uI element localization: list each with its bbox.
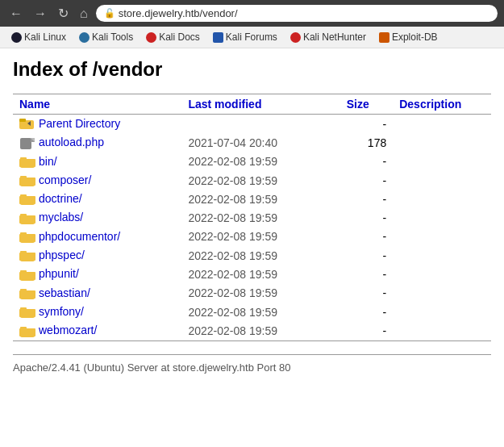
table-row: webmozart/2022-02-08 19:59- [13,321,491,340]
svg-rect-21 [19,234,35,242]
entry-link[interactable]: phpdocumentor/ [39,230,120,243]
entry-desc [393,321,491,340]
svg-rect-33 [19,309,35,317]
bookmark-kali-nethunter[interactable]: Kali NetHunter [285,30,371,44]
url-display: store.djewelry.htb/vendor/ [119,7,238,19]
entry-size: - [340,246,393,265]
entry-size: - [340,228,393,246]
kali-tools-favicon [79,32,90,43]
entry-link[interactable]: webmozart/ [39,324,97,336]
directory-table: Name Last modified Size Description Pare… [13,94,491,341]
bookmark-kali-linux[interactable]: Kali Linux [6,30,71,44]
col-name-sort[interactable]: Name [19,98,50,111]
entry-modified: 2022-02-08 19:59 [181,152,339,171]
entry-size: 178 [340,133,393,152]
entry-name: webmozart/ [13,321,181,340]
entry-name: sebastian/ [13,284,181,303]
entry-name: Parent Directory [13,115,181,134]
entry-name: composer/ [13,171,181,190]
kali-nethunter-favicon [290,32,301,43]
table-row: symfony/2022-02-08 19:59- [13,303,491,321]
kali-docs-favicon [146,32,156,43]
folder-icon [19,156,35,169]
page-content: Index of /vendor Name Last modified Size… [0,48,504,420]
entry-size: - [340,208,393,227]
table-row: phpunit/2022-02-08 19:59- [13,265,491,283]
svg-rect-27 [19,272,35,280]
entry-desc [393,246,491,265]
entry-link[interactable]: autoload.php [39,136,104,148]
bookmark-kali-linux-label: Kali Linux [24,31,66,43]
entry-desc [393,303,491,321]
entry-desc [393,208,491,227]
entry-desc [393,133,491,152]
svg-rect-18 [19,215,35,224]
entry-modified: 2021-07-04 20:40 [181,133,339,152]
col-modified-sort[interactable]: Last modified [188,98,261,111]
svg-rect-3 [20,138,31,149]
page-title: Index of /vendor [13,58,491,81]
address-bar[interactable]: 🔓 store.djewelry.htb/vendor/ [96,5,498,22]
entry-name: symfony/ [13,303,181,321]
security-icon: 🔓 [104,8,115,19]
entry-link[interactable]: phpunit/ [39,267,79,280]
entry-modified: 2022-02-08 19:59 [181,208,339,227]
entry-size: - [340,115,393,134]
svg-rect-24 [19,253,35,261]
entry-link[interactable]: symfony/ [39,305,84,318]
entry-name: phpspec/ [13,246,181,265]
entry-name: autoload.php [13,133,181,152]
folder-icon [19,231,35,244]
entry-size: - [340,171,393,190]
bookmark-kali-docs-label: Kali Docs [159,31,200,43]
entry-desc [393,171,491,190]
table-row: doctrine/2022-02-08 19:59- [13,190,491,208]
entry-link[interactable]: myclabs/ [39,211,83,224]
svg-rect-36 [19,328,35,336]
entry-link[interactable]: sebastian/ [39,286,90,299]
svg-rect-15 [19,196,35,204]
bookmark-kali-forums-label: Kali Forums [226,31,277,43]
table-row: autoload.php2021-07-04 20:40178 [13,133,491,152]
back-button[interactable]: ← [6,6,26,22]
bookmark-exploit-db[interactable]: Exploit-DB [374,30,443,44]
entry-size: - [340,321,393,340]
entry-link[interactable]: doctrine/ [39,192,82,205]
browser-chrome: ← → ↻ ⌂ 🔓 store.djewelry.htb/vendor/ [0,0,504,27]
col-desc-sort[interactable]: Description [399,98,461,111]
home-button[interactable]: ⌂ [77,6,91,22]
parent-dir-icon [19,118,35,131]
forward-button[interactable]: → [31,6,50,22]
entry-desc [393,190,491,208]
entry-name: bin/ [13,152,181,171]
entry-desc [393,152,491,171]
folder-icon [19,174,35,187]
server-info: Apache/2.4.41 (Ubuntu) Server at store.d… [13,354,491,374]
bookmark-kali-tools[interactable]: Kali Tools [74,30,138,44]
bookmark-kali-forums[interactable]: Kali Forums [208,30,282,44]
kali-forums-favicon [213,32,223,43]
entry-name: doctrine/ [13,190,181,208]
entry-modified: 2022-02-08 19:59 [181,246,339,265]
folder-icon [19,325,35,338]
table-row: phpdocumentor/2022-02-08 19:59- [13,228,491,246]
entry-desc [393,115,491,134]
kali-linux-favicon [11,32,22,43]
svg-rect-1 [19,119,26,122]
entry-modified: 2022-02-08 19:59 [181,303,339,321]
entry-modified [181,115,339,134]
refresh-button[interactable]: ↻ [55,6,72,22]
entry-link[interactable]: composer/ [39,173,91,186]
entry-link[interactable]: Parent Directory [39,117,120,130]
col-size-sort[interactable]: Size [347,98,369,111]
table-row: composer/2022-02-08 19:59- [13,171,491,190]
bookmark-kali-docs[interactable]: Kali Docs [141,30,205,44]
entry-size: - [340,303,393,321]
php-file-icon [19,137,35,150]
entry-desc [393,265,491,283]
entry-link[interactable]: phpspec/ [39,249,85,261]
folder-icon [19,212,35,225]
entry-name: myclabs/ [13,208,181,227]
bookmark-kali-tools-label: Kali Tools [92,31,133,43]
entry-link[interactable]: bin/ [39,155,57,168]
